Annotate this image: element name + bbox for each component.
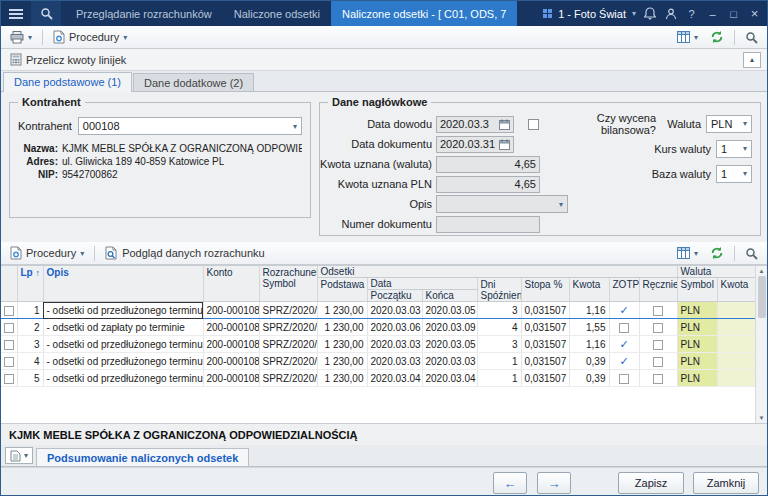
calendar-icon[interactable] — [499, 119, 510, 130]
cell-kwota[interactable]: 1,16 — [569, 302, 609, 319]
cell-opis[interactable]: - odsetki od przedłużonego terminu płatn… — [43, 370, 203, 387]
cell-data-poczatku[interactable]: 2020.03.03 — [367, 302, 422, 319]
cell-waluta-kwota[interactable] — [717, 319, 757, 336]
minimize-icon[interactable]: – — [705, 6, 720, 22]
grid-refresh-button[interactable] — [705, 244, 729, 262]
col-lp[interactable]: Lp ↑ — [17, 266, 43, 302]
cell-data-poczatku[interactable]: 2020.03.03 — [367, 336, 422, 353]
cell-podstawa[interactable]: 1 230,00 — [317, 336, 367, 353]
cell-data-konca[interactable]: 2020.03.04 — [422, 370, 477, 387]
cell-podstawa[interactable]: 1 230,00 — [317, 302, 367, 319]
col-data-konca[interactable]: Końca — [422, 290, 477, 302]
apps-grid-icon[interactable] — [543, 9, 552, 18]
colgroup-data[interactable]: Data — [367, 278, 477, 290]
cell-opis[interactable]: - odsetki od zapłaty po terminie — [43, 319, 203, 336]
close-button[interactable]: Zamknij — [693, 472, 759, 494]
baza-waluty-combo[interactable]: 1▾ — [716, 165, 752, 183]
kwota-uznana-pln-input[interactable]: 4,65 — [436, 176, 540, 193]
table-row[interactable]: 1- odsetki od przedłużonego terminu płat… — [1, 302, 757, 319]
cell-konto[interactable]: 200-000108 — [203, 370, 259, 387]
cell-data-konca[interactable]: 2020.03.05 — [422, 336, 477, 353]
cell-dni[interactable]: 3 — [477, 336, 521, 353]
row-checkbox[interactable] — [1, 353, 17, 370]
cell-waluta-kwota[interactable] — [717, 336, 757, 353]
row-checkbox[interactable] — [1, 302, 17, 319]
collapse-panel-button[interactable]: ▴ — [743, 52, 761, 68]
col-waluta-symbol[interactable]: Symbol — [677, 278, 717, 302]
cell-kwota[interactable]: 0,39 — [569, 353, 609, 370]
row-checkbox[interactable] — [1, 370, 17, 387]
close-icon[interactable]: × — [747, 6, 762, 22]
czy-wycena-checkbox[interactable] — [528, 119, 539, 130]
row-checkbox[interactable] — [1, 336, 17, 353]
cell-data-poczatku[interactable]: 2020.03.06 — [367, 319, 422, 336]
chevron-down-icon[interactable]: ▾ — [632, 9, 636, 18]
col-opis[interactable]: Opis — [43, 266, 203, 302]
procedury-button[interactable]: Procedury ▾ — [48, 28, 132, 46]
previous-record-button[interactable]: ← — [493, 472, 527, 494]
cell-lp[interactable]: 2 — [17, 319, 43, 336]
cell-zotp[interactable]: ✓ — [609, 353, 639, 370]
cell-lp[interactable]: 5 — [17, 370, 43, 387]
grid-procedury-button[interactable]: Procedury ▾ — [5, 244, 89, 262]
tab-dane-dodatkowe[interactable]: Dane dodatkowe (2) — [133, 73, 254, 91]
cell-zotp[interactable] — [609, 370, 639, 387]
table-row[interactable]: 5- odsetki od przedłużonego terminu płat… — [1, 370, 757, 387]
cell-dni[interactable]: 3 — [477, 302, 521, 319]
grid-columns-button[interactable]: ▾ — [672, 245, 703, 261]
scroll-up-icon[interactable]: ▲ — [759, 268, 765, 274]
col-rozrachunek-symbol[interactable]: RozrachunekSymbol — [259, 266, 317, 302]
col-konto[interactable]: Konto — [203, 266, 259, 302]
filter-search-button[interactable] — [740, 29, 763, 46]
cell-zotp[interactable]: ✓ — [609, 336, 639, 353]
cell-konto[interactable]: 200-000108 — [203, 353, 259, 370]
columns-view-button[interactable]: ▾ — [672, 29, 703, 45]
opis-combo[interactable]: ▾ — [436, 195, 568, 213]
cell-zotp[interactable] — [609, 319, 639, 336]
cell-data-konca[interactable]: 2020.03.05 — [422, 302, 477, 319]
user-icon[interactable] — [663, 6, 678, 22]
cell-waluta[interactable]: PLN — [677, 370, 717, 387]
cell-kwota[interactable]: 1,16 — [569, 336, 609, 353]
cell-dni[interactable]: 1 — [477, 353, 521, 370]
cell-stopa[interactable]: 0,031507 — [521, 353, 569, 370]
cell-lp[interactable]: 3 — [17, 336, 43, 353]
cell-podstawa[interactable]: 1 230,00 — [317, 319, 367, 336]
cell-symbol[interactable]: SPRZ/2020/3 — [259, 370, 317, 387]
summary-options-button[interactable]: ▾ — [5, 447, 33, 464]
col-kwota[interactable]: Kwota — [569, 278, 609, 302]
cell-stopa[interactable]: 0,031507 — [521, 370, 569, 387]
kontrahent-combo[interactable]: 000108 ▾ — [78, 117, 302, 135]
cell-recznie[interactable] — [639, 370, 677, 387]
col-data-poczatku[interactable]: Początku — [367, 290, 422, 302]
colgroup-waluta[interactable]: Waluta — [677, 266, 757, 278]
col-zotp[interactable]: ZOTP — [609, 278, 639, 302]
global-search-button[interactable] — [31, 1, 61, 26]
cell-zotp[interactable]: ✓ — [609, 302, 639, 319]
help-icon[interactable]: ? — [684, 6, 699, 22]
scroll-down-icon[interactable]: ▼ — [759, 415, 765, 421]
col-recznie[interactable]: Ręcznie — [639, 278, 677, 302]
tab-podsumowanie[interactable]: Podsumowanie naliczonych odsetek — [36, 448, 249, 466]
cell-opis[interactable]: - odsetki od przedłużonego terminu płatn… — [43, 336, 203, 353]
tab-dane-podstawowe[interactable]: Dane podstawowe (1) — [3, 72, 132, 92]
user-label[interactable]: 1 - Foto Świat — [558, 8, 626, 20]
vertical-scrollbar[interactable]: ▲ ▼ — [755, 266, 767, 423]
cell-data-poczatku[interactable]: 2020.03.03 — [367, 353, 422, 370]
cell-konto[interactable]: 200-000108 — [203, 319, 259, 336]
row-checkbox[interactable] — [1, 319, 17, 336]
cell-opis[interactable]: - odsetki od przedłużonego terminu płatn… — [43, 302, 203, 319]
cell-recznie[interactable] — [639, 302, 677, 319]
table-row[interactable]: 3- odsetki od przedłużonego terminu płat… — [1, 336, 757, 353]
kwota-uznana-waluta-input[interactable]: 4,65 — [436, 156, 540, 173]
cell-waluta[interactable]: PLN — [677, 302, 717, 319]
cell-kwota[interactable]: 0,39 — [569, 370, 609, 387]
cell-stopa[interactable]: 0,031507 — [521, 302, 569, 319]
cell-stopa[interactable]: 0,031507 — [521, 319, 569, 336]
cell-waluta-kwota[interactable] — [717, 370, 757, 387]
cell-dni[interactable]: 4 — [477, 319, 521, 336]
scroll-thumb[interactable] — [758, 276, 766, 318]
cell-lp[interactable]: 4 — [17, 353, 43, 370]
table-row[interactable]: 4- odsetki od przedłużonego terminu płat… — [1, 353, 757, 370]
col-waluta-kwota[interactable]: Kwota — [717, 278, 757, 302]
